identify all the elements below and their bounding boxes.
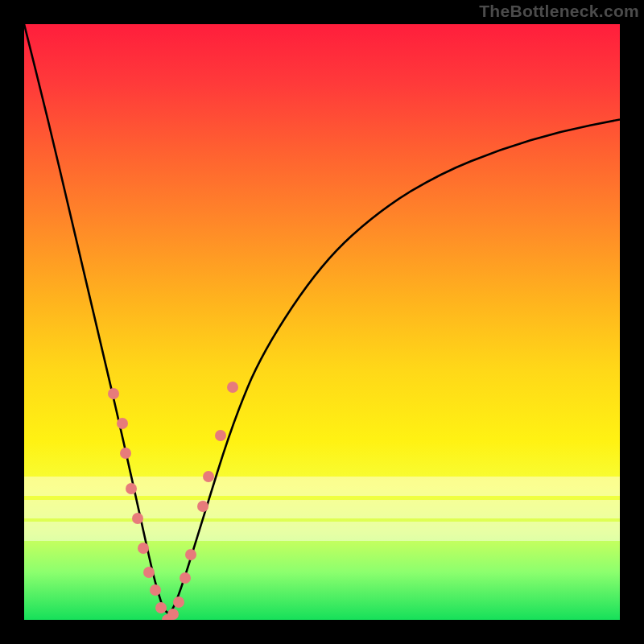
data-dot	[150, 584, 161, 596]
plot-area	[24, 24, 620, 620]
data-dot	[180, 572, 191, 584]
data-dot	[167, 609, 179, 620]
data-dot	[215, 430, 226, 441]
data-dot	[117, 418, 128, 429]
data-dot	[173, 597, 184, 608]
data-dot	[120, 448, 131, 459]
data-dot	[126, 483, 137, 494]
data-dot	[227, 382, 238, 393]
bottleneck-curve	[24, 24, 620, 620]
data-dot	[185, 549, 196, 560]
chart-root: TheBottleneck.com	[0, 0, 644, 644]
data-dot	[203, 471, 214, 482]
data-dot	[132, 513, 143, 524]
data-dot	[155, 602, 167, 613]
watermark: TheBottleneck.com	[479, 2, 639, 21]
data-dot	[138, 543, 149, 554]
data-dot	[108, 388, 119, 399]
data-dot	[143, 567, 155, 578]
data-dot	[197, 501, 208, 512]
